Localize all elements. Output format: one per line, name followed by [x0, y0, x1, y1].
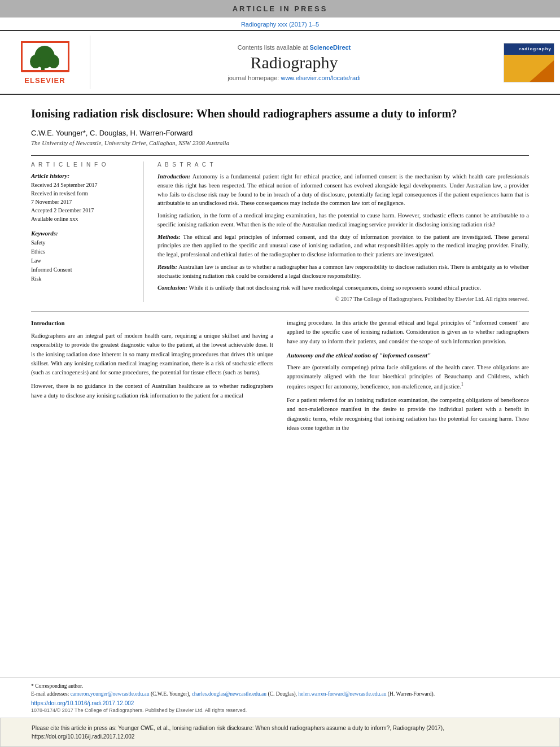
journal-homepage-line: journal homepage: www.elsevier.com/locat… — [102, 75, 487, 81]
intro-section-title: Introduction — [31, 318, 273, 328]
article-in-press-banner: ARTICLE IN PRESS — [0, 0, 560, 18]
email1-name: (C.W.E. Younger), — [151, 691, 190, 697]
body-col2-subsection: Autonomy and the ethical notion of "info… — [287, 351, 529, 360]
email3-link[interactable]: helen.warren-forward@newcastle.edu.au — [298, 691, 386, 697]
abstract-conclusion: Conclusion: While it is unlikely that no… — [158, 283, 529, 292]
abstract-methods: Methods: The ethical and legal principle… — [158, 233, 529, 259]
journal-ref-text: Radiography xxx (2017) 1–5 — [241, 21, 319, 28]
email-footnotes: E-mail addresses: cameron.younger@newcas… — [31, 690, 529, 698]
body-two-col: Introduction Radiographers are an integr… — [31, 318, 529, 437]
doi-line: https://doi.org/10.1016/j.radi.2017.12.0… — [31, 700, 529, 706]
elsevier-logo: ELSEVIER — [0, 36, 90, 89]
svg-rect-4 — [21, 70, 69, 72]
body-left-col: Introduction Radiographers are an integr… — [31, 318, 273, 437]
body-col2-para3: For a patient referred for an ionising r… — [287, 396, 529, 433]
body-col1-para2: However, there is no guidance in the con… — [31, 382, 273, 400]
corresponding-note-text: * Corresponding author. — [31, 683, 83, 689]
science-direct-link[interactable]: ScienceDirect — [310, 44, 351, 51]
elsevier-label-text: ELSEVIER — [24, 76, 65, 85]
keyword-ethics: Ethics — [31, 247, 134, 256]
page: ARTICLE IN PRESS Radiography xxx (2017) … — [0, 0, 560, 747]
article-title: Ionising radiation risk disclosure: When… — [31, 106, 529, 121]
abstract-header: A B S T R A C T — [158, 161, 529, 168]
body-right-col: imaging procedure. In this article the g… — [287, 318, 529, 437]
article-history-label: Article history: — [31, 172, 134, 179]
email-label: E-mail addresses: — [31, 691, 69, 697]
abstract-results-text: Australian law is unclear as to whether … — [158, 264, 529, 279]
abstract-methods-text: The ethical and legal principles of info… — [158, 234, 529, 258]
radiography-logo-text: radiography — [519, 46, 552, 51]
body-col2-para2: There are (potentially competing) prima … — [287, 363, 529, 391]
svg-point-3 — [48, 55, 59, 68]
affiliation: The University of Newcastle, University … — [31, 139, 529, 146]
keyword-informed-consent: Informed Consent — [31, 265, 134, 274]
svg-rect-7 — [21, 41, 69, 43]
email2-name: (C. Douglas), — [268, 691, 296, 697]
body-col2-para1: imaging procedure. In this article the g… — [287, 318, 529, 346]
issn-text: 1078-8174/© 2017 The College of Radiogra… — [31, 707, 529, 713]
svg-point-2 — [30, 55, 41, 68]
journal-header: ELSEVIER Contents lists available at Sci… — [0, 30, 560, 95]
abstract-intro: Introduction: Autonomy is a fundamental … — [158, 172, 529, 208]
elsevier-tree-icon — [20, 40, 71, 74]
svg-rect-6 — [68, 41, 69, 72]
corresponding-note: * Corresponding author. — [31, 682, 529, 690]
article-info-col: A R T I C L E I N F O Article history: R… — [31, 161, 144, 302]
abstract-ionising-text: Ionising radiation, in the form of a med… — [158, 211, 529, 229]
journal-title: Radiography — [102, 53, 487, 72]
abstract-conclusion-text: While it is unlikely that not disclosing… — [189, 285, 482, 291]
radiography-logo-inner: radiography — [504, 43, 554, 82]
abstract-results-label: Results: — [158, 264, 177, 270]
citation-box-text: Please cite this article in press as: Yo… — [32, 725, 444, 740]
keyword-risk: Risk — [31, 274, 134, 283]
keyword-safety: Safety — [31, 238, 134, 247]
received-date: Received 24 September 2017 — [31, 181, 134, 189]
abstract-conclusion-label: Conclusion: — [158, 285, 187, 291]
doi-text[interactable]: https://doi.org/10.1016/j.radi.2017.12.0… — [31, 700, 134, 706]
citation-box: Please cite this article in press as: Yo… — [0, 718, 560, 747]
keyword-law: Law — [31, 256, 134, 265]
abstract-intro-text: Autonomy is a fundamental patient right … — [158, 173, 529, 206]
section-divider — [31, 311, 529, 312]
svg-rect-5 — [21, 41, 23, 72]
abstract-intro-label: Introduction: — [158, 173, 190, 180]
body-col1-para1: Radiographers are an integral part of mo… — [31, 331, 273, 377]
article-info-abstract-section: A R T I C L E I N F O Article history: R… — [31, 155, 529, 302]
accepted-date: Accepted 2 December 2017 — [31, 206, 134, 215]
homepage-link[interactable]: www.elsevier.com/locate/radi — [281, 75, 360, 81]
authors-text: C.W.E. Younger*, C. Douglas, H. Warren-F… — [31, 129, 193, 137]
logo-bottom — [504, 55, 554, 82]
email1-link[interactable]: cameron.younger@newcastle.edu.au — [71, 691, 150, 697]
science-direct-prefix: Contents lists available at — [238, 44, 310, 51]
journal-ref-line: Radiography xxx (2017) 1–5 — [0, 18, 560, 30]
journal-center: Contents lists available at ScienceDirec… — [90, 42, 498, 84]
logo-top-blue: radiography — [504, 43, 554, 55]
keywords-list: Safety Ethics Law Informed Consent Risk — [31, 238, 134, 283]
email3-name: (H. Warren-Forward). — [388, 691, 435, 697]
homepage-prefix: journal homepage: — [228, 75, 281, 81]
abstract-copyright: © 2017 The College of Radiographers. Pub… — [158, 296, 529, 302]
science-direct-line: Contents lists available at ScienceDirec… — [102, 44, 487, 51]
authors: C.W.E. Younger*, C. Douglas, H. Warren-F… — [31, 129, 529, 137]
keywords-label: Keywords: — [31, 230, 134, 237]
email2-link[interactable]: charles.douglas@newcastle.edu.au — [192, 691, 266, 697]
main-content: Ionising radiation risk disclosure: When… — [0, 95, 560, 677]
abstract-results: Results: Australian law is unclear as to… — [158, 263, 529, 281]
abstract-col: A B S T R A C T Introduction: Autonomy i… — [158, 161, 529, 302]
footnote-area: * Corresponding author. E-mail addresses… — [0, 677, 560, 718]
abstract-methods-label: Methods: — [158, 234, 181, 240]
revised-date: 7 November 2017 — [31, 198, 134, 206]
radiography-logo: radiography — [498, 41, 560, 85]
logo-triangle-icon — [528, 60, 554, 82]
banner-text: ARTICLE IN PRESS — [233, 5, 328, 13]
revised-label: Received in revised form — [31, 189, 134, 198]
available-online: Available online xxx — [31, 215, 134, 223]
article-info-header: A R T I C L E I N F O — [31, 161, 134, 168]
